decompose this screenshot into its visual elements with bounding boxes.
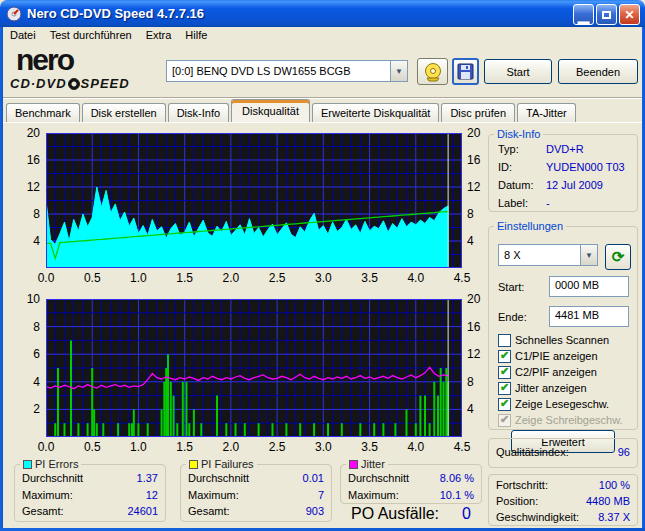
quit-button[interactable]: Beenden bbox=[558, 59, 638, 84]
app-window: Nero CD-DVD Speed 4.7.7.16 ▬ ✕ Datei Tes… bbox=[0, 0, 645, 531]
tick-label: 2.5 bbox=[269, 440, 286, 454]
tick-label: 4.5 bbox=[454, 440, 471, 454]
po-failures-row: PO Ausfälle:0 bbox=[344, 506, 478, 523]
jitter-panel: Jitter Durchschnitt8.06 % Maximum:10.1 % bbox=[340, 458, 482, 504]
save-button[interactable] bbox=[452, 58, 479, 85]
tick-label: 2 bbox=[12, 402, 40, 416]
tick-label: 4 bbox=[12, 375, 40, 389]
minimize-button[interactable]: ▬ bbox=[573, 4, 594, 25]
tab-disk-info[interactable]: Disk-Info bbox=[168, 103, 229, 122]
tick-label: 16 bbox=[12, 153, 40, 167]
tick-label: 1.0 bbox=[130, 271, 147, 285]
tick-label: 12 bbox=[467, 347, 480, 361]
checkbox-box[interactable] bbox=[498, 334, 511, 347]
end-label: Ende: bbox=[498, 311, 527, 323]
progress-row: Geschwindigkeit:8.37 X bbox=[489, 509, 637, 525]
chevron-down-icon[interactable]: ▼ bbox=[580, 245, 597, 265]
tab-disk-erstellen[interactable]: Disk erstellen bbox=[82, 103, 166, 122]
pi-failures-title: PI Failures bbox=[201, 458, 254, 470]
nero-logo: nero bbox=[16, 48, 73, 72]
tab-disc-pruefen[interactable]: Disc prüfen bbox=[441, 103, 515, 122]
checkbox-schreibgeschw: Zeige Schreibgeschw. bbox=[498, 413, 623, 427]
disk-info-row: Label:- bbox=[489, 194, 637, 212]
tick-label: 3.5 bbox=[361, 271, 378, 285]
tick-label: 0.0 bbox=[38, 271, 55, 285]
pif-jitter-chart bbox=[46, 299, 462, 437]
tick-label: 4.0 bbox=[407, 440, 424, 454]
save-icon bbox=[457, 63, 474, 80]
disk-info-row: Datum:12 Jul 2009 bbox=[489, 176, 637, 194]
checkbox-c1-pie[interactable]: C1/PIE anzeigen bbox=[498, 349, 598, 363]
menu-hilfe[interactable]: Hilfe bbox=[178, 27, 214, 45]
tick-label: 8 bbox=[12, 207, 40, 221]
tick-label: 8 bbox=[467, 375, 474, 389]
maximize-button[interactable] bbox=[596, 4, 617, 25]
checkbox-schnelles-scannen[interactable]: Schnelles Scannen bbox=[498, 333, 609, 347]
toolbar-separator bbox=[3, 97, 642, 99]
tick-label: 0.5 bbox=[84, 440, 101, 454]
tick-label: 4.0 bbox=[407, 271, 424, 285]
stat-row: Gesamt:903 bbox=[181, 503, 331, 520]
tick-label: 0.5 bbox=[84, 271, 101, 285]
drive-select[interactable]: [0:0] BENQ DVD LS DW1655 BCGB ▼ bbox=[166, 60, 408, 82]
app-icon bbox=[6, 6, 22, 22]
speed-select-value: 8 X bbox=[499, 249, 580, 261]
drive-select-value: [0:0] BENQ DVD LS DW1655 BCGB bbox=[167, 65, 390, 77]
quality-index-label: Qualitätsindex: bbox=[496, 439, 569, 465]
tick-label: 16 bbox=[467, 320, 480, 334]
checkbox-box[interactable] bbox=[498, 350, 511, 363]
tab-benchmark[interactable]: Benchmark bbox=[6, 103, 80, 122]
start-input[interactable]: 0000 MB bbox=[549, 276, 629, 297]
pi-errors-panel: PI Errors Durchschnitt1.37 Maximum:12 Ge… bbox=[14, 458, 166, 522]
tick-label: 4 bbox=[12, 234, 40, 248]
cd-dvd-speed-logo: CD·DVDSPEED bbox=[10, 76, 130, 91]
checkbox-c2-pif[interactable]: C2/PIF anzeigen bbox=[498, 365, 597, 379]
tick-label: 20 bbox=[12, 126, 40, 140]
tick-label: 3.0 bbox=[315, 271, 332, 285]
tab-erweiterte-diskqualitaet[interactable]: Erweiterte Diskqualität bbox=[312, 103, 439, 122]
stat-row: Durchschnitt0.01 bbox=[181, 470, 331, 487]
checkbox-box[interactable] bbox=[498, 398, 511, 411]
window-title: Nero CD-DVD Speed 4.7.7.16 bbox=[27, 6, 204, 21]
tick-label: 3.5 bbox=[361, 440, 378, 454]
chevron-down-icon[interactable]: ▼ bbox=[390, 61, 407, 81]
stat-row: Maximum:10.1 % bbox=[341, 487, 481, 504]
checkbox-jitter[interactable]: Jitter anzeigen bbox=[498, 381, 587, 395]
quality-index-value: 96 bbox=[618, 439, 630, 465]
tick-label: 10 bbox=[12, 292, 40, 306]
refresh-button[interactable]: ⟳ bbox=[605, 244, 631, 270]
stat-row: Maximum:7 bbox=[181, 487, 331, 504]
tick-label: 20 bbox=[467, 292, 480, 306]
close-button[interactable]: ✕ bbox=[619, 4, 640, 25]
checkbox-lesegeschw[interactable]: Zeige Lesegeschw. bbox=[498, 397, 609, 411]
checkbox-box[interactable] bbox=[498, 382, 511, 395]
tick-label: 0.0 bbox=[38, 440, 55, 454]
eject-disc-icon bbox=[423, 62, 443, 82]
speed-select[interactable]: 8 X ▼ bbox=[498, 244, 598, 266]
menu-bar: Datei Test durchführen Extra Hilfe bbox=[3, 27, 642, 45]
settings-title: Einstellungen bbox=[494, 220, 566, 232]
start-button[interactable]: Start bbox=[484, 59, 552, 84]
pi-errors-chart bbox=[46, 133, 462, 268]
tick-label: 4 bbox=[467, 402, 474, 416]
tick-label: 2.0 bbox=[223, 271, 240, 285]
tick-label: 4 bbox=[467, 234, 474, 248]
end-input[interactable]: 4481 MB bbox=[549, 306, 629, 327]
stat-row: Maximum:12 bbox=[15, 487, 165, 504]
disk-info-row: Typ:DVD+R bbox=[489, 140, 637, 158]
tab-strip: Benchmark Disk erstellen Disk-Info Diskq… bbox=[6, 100, 578, 122]
pi-errors-title: PI Errors bbox=[35, 458, 78, 470]
checkbox-box[interactable] bbox=[498, 366, 511, 379]
tab-ta-jitter[interactable]: TA-Jitter bbox=[517, 103, 576, 122]
tick-label: 6 bbox=[12, 347, 40, 361]
menu-extra[interactable]: Extra bbox=[139, 27, 179, 45]
pi-failures-panel: PI Failures Durchschnitt0.01 Maximum:7 G… bbox=[180, 458, 332, 522]
progress-row: Fortschritt:100 % bbox=[489, 475, 637, 493]
tab-diskqualitaet[interactable]: Diskqualität bbox=[231, 99, 310, 122]
title-bar: Nero CD-DVD Speed 4.7.7.16 ▬ ✕ bbox=[0, 0, 645, 27]
tick-label: 12 bbox=[467, 180, 480, 194]
tick-label: 3.0 bbox=[315, 440, 332, 454]
eject-disc-button[interactable] bbox=[417, 58, 448, 85]
tick-label: 1.0 bbox=[130, 440, 147, 454]
jitter-swatch bbox=[349, 460, 358, 469]
